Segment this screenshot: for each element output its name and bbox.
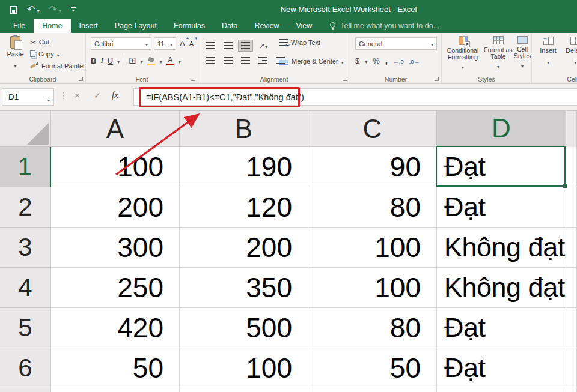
chevron-down-icon[interactable]: [145, 40, 148, 47]
cell-B3[interactable]: 200: [180, 228, 308, 268]
alignment-dialog-launcher-icon[interactable]: [343, 77, 347, 81]
cell-B1[interactable]: 190: [180, 147, 308, 187]
chevron-down-icon[interactable]: [462, 61, 464, 71]
chevron-down-icon[interactable]: [117, 55, 120, 66]
cell-D2[interactable]: Đạt: [437, 187, 566, 228]
cell-B4[interactable]: 350: [180, 268, 308, 308]
row-header-6[interactable]: 6: [0, 348, 51, 388]
cell-D6[interactable]: Đạt: [437, 348, 566, 388]
tab-file[interactable]: File: [5, 19, 34, 33]
chevron-down-icon[interactable]: [14, 59, 16, 70]
chevron-down-icon[interactable]: [547, 56, 549, 67]
cell-A3[interactable]: 300: [51, 228, 180, 268]
redo-button[interactable]: [49, 4, 61, 15]
font-family-select[interactable]: Calibri: [91, 37, 151, 50]
tab-formulas[interactable]: Formulas: [165, 19, 213, 33]
cell-A5[interactable]: 420: [51, 308, 180, 348]
column-header-E-partial[interactable]: [566, 111, 577, 147]
name-box[interactable]: D1: [2, 88, 54, 106]
font-color-icon[interactable]: [166, 56, 174, 65]
tab-page-layout[interactable]: Page Layout: [106, 19, 165, 33]
cell-E4-partial[interactable]: [566, 268, 577, 308]
tab-view[interactable]: View: [287, 19, 320, 33]
row-header-5[interactable]: 5: [0, 308, 51, 348]
cell-A7-partial[interactable]: [51, 388, 180, 392]
chevron-down-icon[interactable]: [497, 60, 499, 71]
top-align-button[interactable]: [203, 40, 218, 52]
wrap-text-button[interactable]: Wrap Text: [279, 39, 320, 46]
cell-B5[interactable]: 500: [180, 308, 308, 348]
borders-icon[interactable]: [129, 55, 136, 66]
font-dialog-launcher-icon[interactable]: [191, 77, 195, 81]
chevron-down-icon[interactable]: [47, 95, 50, 104]
tab-data[interactable]: Data: [213, 19, 246, 33]
font-size-select[interactable]: 11: [154, 37, 176, 50]
chevron-down-icon[interactable]: [37, 4, 39, 15]
increase-decimal-icon[interactable]: [393, 55, 403, 66]
cell-C3[interactable]: 100: [308, 228, 437, 268]
bold-button[interactable]: B: [91, 56, 96, 65]
conditional-formatting-button[interactable]: Conditional Formatting: [443, 36, 483, 71]
insert-cells-button[interactable]: Insert: [536, 37, 561, 67]
cell-E5-partial[interactable]: [566, 308, 577, 348]
italic-button[interactable]: I: [100, 56, 103, 65]
cell-C7-partial[interactable]: [308, 388, 437, 392]
cell-C5[interactable]: 80: [308, 308, 437, 348]
comma-format-button[interactable]: ,: [385, 58, 388, 64]
underline-button[interactable]: U: [108, 56, 113, 65]
orientation-button[interactable]: [255, 38, 270, 53]
chevron-down-icon[interactable]: [265, 40, 267, 51]
insert-function-icon[interactable]: fx: [112, 90, 118, 100]
decrease-indent-button[interactable]: [255, 55, 270, 67]
chevron-down-icon[interactable]: [574, 56, 576, 67]
chevron-down-icon[interactable]: [170, 40, 172, 47]
enter-icon[interactable]: ✓: [94, 91, 101, 100]
cancel-icon[interactable]: ×: [75, 91, 80, 100]
chevron-down-icon[interactable]: [141, 55, 143, 66]
chevron-down-icon[interactable]: [59, 4, 61, 15]
cell-B7-partial[interactable]: [180, 388, 308, 392]
percent-format-button[interactable]: %: [373, 56, 380, 65]
delete-cells-button[interactable]: Delete: [562, 37, 577, 67]
customize-quick-access-button[interactable]: [71, 7, 76, 13]
middle-align-button[interactable]: [221, 40, 236, 52]
copy-button[interactable]: Copy: [30, 49, 85, 58]
cell-E2-partial[interactable]: [566, 187, 577, 228]
cell-D7-partial[interactable]: [437, 388, 566, 392]
save-button[interactable]: [10, 6, 17, 14]
fill-handle[interactable]: [563, 184, 567, 188]
number-format-select[interactable]: General: [355, 37, 437, 50]
chevron-down-icon[interactable]: [179, 55, 181, 66]
row-header-3[interactable]: 3: [0, 228, 51, 268]
cell-C6[interactable]: 50: [308, 348, 437, 388]
cell-B6[interactable]: 100: [180, 348, 308, 388]
cell-D3[interactable]: Không đạt: [437, 228, 566, 268]
currency-format-button[interactable]: $: [355, 56, 359, 65]
chevron-down-icon[interactable]: [431, 40, 433, 47]
row-header-7-partial[interactable]: [0, 388, 51, 392]
column-header-A[interactable]: A: [51, 111, 180, 147]
column-header-D[interactable]: D: [437, 111, 566, 147]
fill-color-icon[interactable]: [147, 56, 156, 65]
cell-C4[interactable]: 100: [308, 268, 437, 308]
decrease-decimal-icon[interactable]: [409, 55, 420, 66]
decrease-font-size-icon[interactable]: [189, 38, 194, 49]
row-header-2[interactable]: 2: [0, 187, 51, 228]
formula-bar-drag-handle[interactable]: ⋮: [60, 91, 68, 100]
align-right-button[interactable]: [238, 55, 253, 67]
tell-me-box[interactable]: Tell me what you want to do...: [330, 19, 439, 33]
select-all-button[interactable]: [0, 111, 51, 147]
format-painter-button[interactable]: Format Painter: [30, 61, 85, 70]
column-header-B[interactable]: B: [180, 111, 308, 147]
bottom-align-button[interactable]: [238, 40, 253, 52]
cell-A4[interactable]: 250: [51, 268, 180, 308]
cell-E7-partial[interactable]: [566, 388, 577, 392]
format-as-table-button[interactable]: Format as Table: [484, 36, 513, 71]
chevron-down-icon[interactable]: [521, 59, 524, 70]
increase-font-size-icon[interactable]: [180, 38, 185, 49]
chevron-down-icon[interactable]: [57, 49, 60, 59]
cell-E6-partial[interactable]: [566, 348, 577, 388]
tab-review[interactable]: Review: [246, 19, 287, 33]
cell-styles-button[interactable]: Cell Styles: [513, 36, 532, 70]
column-header-C[interactable]: C: [308, 111, 437, 147]
